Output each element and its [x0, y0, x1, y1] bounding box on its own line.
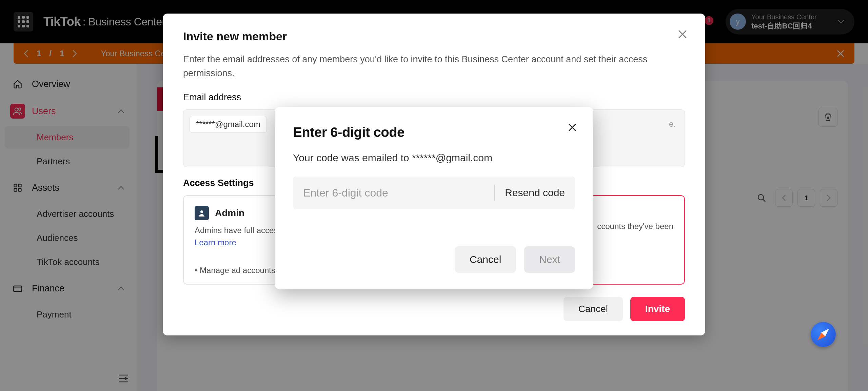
invite-cancel-button[interactable]: Cancel: [564, 297, 623, 321]
code-input[interactable]: [303, 187, 484, 199]
email-label: Email address: [183, 92, 685, 103]
compass-icon: [811, 322, 836, 347]
code-next-button[interactable]: Next: [524, 246, 575, 273]
svg-point-8: [200, 210, 203, 213]
admin-perm-1: Manage ad accounts: [195, 266, 275, 275]
code-input-row: Resend code: [293, 177, 575, 209]
email-chip[interactable]: ******@gmail.com: [190, 116, 267, 133]
code-modal: Enter 6-digit code Your code was emailed…: [275, 107, 593, 289]
role-admin-desc: Admins have full acces: [195, 226, 278, 235]
invite-submit-button[interactable]: Invite: [630, 297, 685, 321]
code-modal-message: Your code was emailed to ******@gmail.co…: [293, 152, 575, 164]
invite-modal-title: Invite new member: [183, 30, 685, 43]
role-admin-title: Admin: [215, 208, 244, 219]
resend-code-button[interactable]: Resend code: [505, 187, 565, 199]
invite-modal-subtitle: Enter the email addresses of any members…: [183, 53, 658, 80]
divider: [494, 185, 495, 201]
code-modal-title: Enter 6-digit code: [293, 125, 575, 140]
invite-modal-close-button[interactable]: [678, 30, 687, 39]
learn-more-link[interactable]: Learn more: [195, 238, 236, 247]
role-standard-desc: ccounts they've been: [597, 222, 673, 231]
email-placeholder-tail: e.: [669, 116, 678, 129]
code-modal-close-button[interactable]: [568, 123, 576, 131]
code-cancel-button[interactable]: Cancel: [455, 246, 516, 273]
admin-icon: [195, 206, 209, 220]
onboarding-compass[interactable]: 0/3: [811, 322, 851, 347]
